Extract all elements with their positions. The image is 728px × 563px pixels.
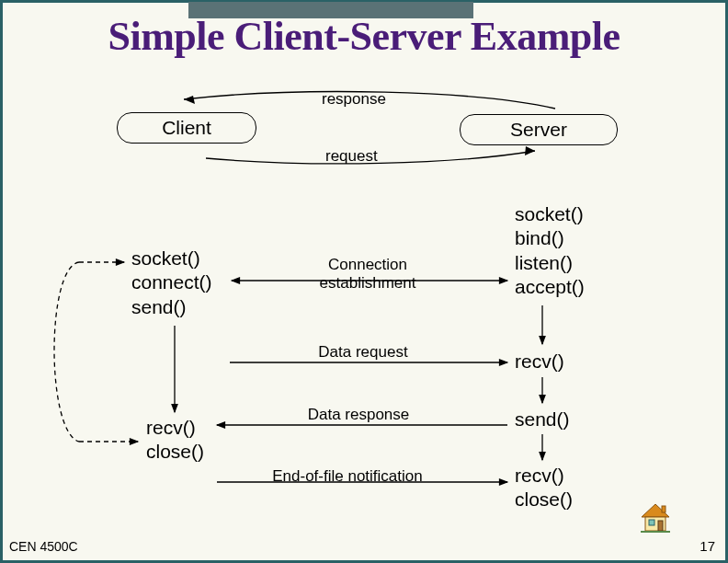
server-setup-functions: socket() bind() listen() accept() — [515, 202, 585, 299]
server-fn-listen: listen() — [515, 251, 585, 275]
server-fn-recv-1: recv() — [515, 350, 564, 373]
server-fn-recv-2: recv() — [515, 464, 573, 488]
client-fn-send: send() — [131, 295, 212, 319]
server-terminate-functions: recv() close() — [515, 464, 573, 512]
server-fn-accept: accept() — [515, 275, 585, 299]
course-code: CEN 4500C — [9, 539, 78, 554]
client-node: Client — [117, 112, 256, 144]
client-terminate-functions: recv() close() — [146, 416, 204, 465]
client-fn-socket: socket() — [131, 247, 212, 270]
slide-title: Simple Client-Server Example — [0, 13, 728, 60]
data-response-label: Data response — [276, 406, 441, 424]
data-request-label: Data request — [280, 343, 446, 362]
client-initiate-functions: socket() connect() send() — [131, 247, 212, 319]
connection-establishment-label: Connection establishment — [285, 256, 450, 293]
svg-rect-13 — [649, 520, 654, 525]
client-fn-recv: recv() — [146, 416, 204, 440]
server-fn-socket: socket() — [515, 202, 585, 226]
server-fn-send: send() — [515, 408, 570, 431]
request-arc-label: request — [325, 147, 378, 166]
server-fn-bind: bind() — [515, 226, 585, 250]
server-fn-close: close() — [515, 488, 573, 511]
client-fn-close: close() — [146, 440, 204, 464]
svg-rect-16 — [641, 531, 670, 533]
page-number: 17 — [700, 538, 715, 554]
svg-rect-14 — [658, 521, 663, 531]
svg-rect-15 — [662, 506, 665, 512]
eof-notification-label: End-of-file notification — [246, 467, 449, 486]
house-icon[interactable] — [638, 500, 673, 537]
server-node: Server — [460, 114, 618, 145]
client-fn-connect: connect() — [131, 270, 212, 294]
response-arc-label: response — [322, 90, 386, 109]
